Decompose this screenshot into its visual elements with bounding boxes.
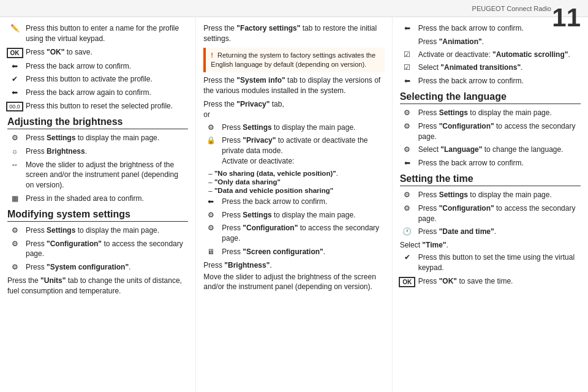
- settings-icon: ⚙: [7, 239, 22, 248]
- settings-icon: ⚙: [400, 122, 415, 130]
- entry-slider: ↔ Move the slider to adjust the brightne…: [7, 160, 188, 190]
- settings-icon: ⚙: [203, 123, 218, 132]
- entry-text: Press "Configuration" to access the seco…: [222, 223, 384, 244]
- entry-back-anim: ⬅ Press the back arrow to confirm.: [400, 76, 581, 86]
- entry-settings1: ⚙ Press Settings to display the main pag…: [7, 133, 188, 143]
- entry-text: Press the back arrow to confirm.: [26, 61, 188, 72]
- factory-intro: Press the "Factory settings" tab to rest…: [203, 23, 384, 44]
- section-brightness-title: Adjusting the brightness: [7, 116, 188, 129]
- system-info-text: Press the "System info" tab to display t…: [203, 75, 384, 96]
- entry-text: Move the slider to adjust the brightness…: [26, 160, 188, 190]
- brightness-sub-desc: Move the slider to adjust the brightness…: [203, 272, 384, 293]
- entry-config1: ⚙ Press "Configuration" to access the se…: [7, 239, 188, 260]
- section-system-title: Modifying system settings: [7, 209, 188, 222]
- entry-text: Press in the shaded area to confirm.: [26, 194, 188, 204]
- entry-back-priv: ⬅ Press the back arrow to confirm.: [203, 197, 384, 207]
- warning-icon: !: [211, 51, 213, 60]
- entry-text: Press "Privacy" to activate or deactivat…: [222, 135, 384, 166]
- shade-icon: ▦: [7, 194, 22, 203]
- checkmark-icon: ✔: [7, 75, 22, 83]
- back-arrow-icon: ⬅: [7, 88, 22, 97]
- settings-icon: ⚙: [7, 134, 22, 142]
- entry-text: Press this button to reset the selected …: [26, 101, 188, 111]
- entry-select-lang: ⚙ Select "Language" to change the langua…: [400, 145, 581, 155]
- dash-item-3: – "Data and vehicle position sharing": [208, 187, 384, 194]
- brightness-sub-label: Press "Brightness".: [203, 260, 384, 271]
- entry-text: Press Settings to display the main page.: [222, 210, 384, 221]
- entry-text: Press the back arrow to confirm.: [222, 197, 384, 207]
- back-arrow-icon: ⬅: [203, 197, 218, 206]
- entry-settings-priv: ⚙ Press Settings to display the main pag…: [203, 123, 384, 133]
- entry-shade: ▦ Press in the shaded area to confirm.: [7, 194, 188, 204]
- back-arrow-icon: ⬅: [400, 24, 415, 32]
- entry-config-lang: ⚙ Press "Configuration" to access the se…: [400, 121, 581, 142]
- entry-text: Press the back arrow to confirm.: [418, 76, 581, 86]
- reset-icon: 00.0: [7, 102, 22, 111]
- entry-settings2: ⚙ Press Settings to display the main pag…: [7, 225, 188, 236]
- pencil-icon: ✏️: [7, 24, 22, 32]
- settings-icon: ⚙: [400, 204, 415, 213]
- animation-label: Press "Animation".: [418, 37, 581, 47]
- entry-screenconfig: 🖥 Press "Screen configuration".: [203, 247, 384, 257]
- entry-settings3: ⚙ Press Settings to display the main pag…: [203, 210, 384, 221]
- settings-icon: ⚙: [7, 226, 22, 235]
- entry-text: Select "Animated transitions".: [418, 62, 581, 73]
- entry-text: Press Settings to display the main page.: [26, 133, 188, 143]
- entry-text: Activate or deactivate: "Automatic scrol…: [418, 50, 581, 60]
- entry-ok-time: OK Press "OK" to save the time.: [400, 276, 581, 287]
- entry-settings-lang: ⚙ Press Settings to display the main pag…: [400, 108, 581, 118]
- back-arrow-icon: ⬅: [7, 62, 22, 70]
- checkbox-icon: ☑: [400, 50, 415, 59]
- entry-text: Press the back arrow to confirm.: [418, 158, 581, 168]
- back-arrow-icon: ⬅: [400, 77, 415, 85]
- checkbox-icon: ☑: [400, 63, 415, 72]
- entry-back1: ⬅ Press the back arrow to confirm.: [7, 61, 188, 72]
- entry-text: Press Settings to display the main page.: [26, 225, 188, 236]
- clock-icon: 🕐: [400, 227, 415, 236]
- entry-text: Press this button to enter a name for th…: [26, 23, 188, 44]
- header-title: PEUGEOT Connect Radio: [472, 5, 551, 12]
- back-arrow-icon: ⬅: [400, 159, 415, 167]
- column-1: ✏️ Press this button to enter a name for…: [0, 17, 196, 392]
- settings-icon: ⚙: [400, 190, 415, 199]
- settings-icon: ⚙: [203, 211, 218, 219]
- section-time-title: Setting the time: [400, 173, 581, 186]
- entry-back-confirm: ⬅ Press the back arrow to confirm.: [400, 23, 581, 34]
- entry-text: Press Settings to display the main page.: [418, 108, 581, 118]
- entry-text: Press "System configuration".: [26, 262, 188, 273]
- entry-text: Press "Configuration" to access the seco…: [418, 121, 581, 142]
- select-time-text: Select "Time".: [400, 240, 581, 251]
- ok-icon: OK: [7, 48, 22, 58]
- entry-set-time: ✔ Press this button to set the time usin…: [400, 252, 581, 273]
- entry-text: Press Brightness.: [26, 146, 188, 157]
- entry-text: Press this button to set the time using …: [418, 252, 581, 273]
- content-area: ✏️ Press this button to enter a name for…: [0, 17, 588, 392]
- entry-pencil: ✏️ Press this button to enter a name for…: [7, 23, 188, 44]
- entry-text: Select "Language" to change the language…: [418, 145, 581, 155]
- entry-text: Press "OK" to save.: [26, 47, 188, 58]
- entry-text: Press "Screen configuration".: [222, 247, 384, 257]
- settings-icon: ⚙: [7, 263, 22, 271]
- entry-text: Press Settings to display the main page.: [418, 190, 581, 200]
- entry-config2: ⚙ Press "Configuration" to access the se…: [203, 223, 384, 244]
- column-2: Press the "Factory settings" tab to rest…: [196, 17, 392, 392]
- entry-anim-trans: ☑ Select "Animated transitions".: [400, 62, 581, 73]
- entry-brightness: ☼ Press Brightness.: [7, 146, 188, 157]
- config-icon: ⚙: [400, 145, 415, 154]
- entry-check: ✔ Press this button to activate the prof…: [7, 74, 188, 85]
- entry-reset: 00.0 Press this button to reset the sele…: [7, 101, 188, 111]
- entry-settings-time: ⚙ Press Settings to display the main pag…: [400, 190, 581, 200]
- entry-text: Press this button to activate the profil…: [26, 74, 188, 85]
- entry-datetime: 🕐 Press "Date and time".: [400, 227, 581, 237]
- entry-text: Press "Configuration" to access the seco…: [418, 203, 581, 224]
- slider-icon: ↔: [7, 160, 22, 169]
- privacy-intro: Press the "Privacy" tab,or: [203, 99, 384, 120]
- units-footer: Press the "Units" tab to change the unit…: [7, 276, 188, 296]
- entry-config-time: ⚙ Press "Configuration" to access the se…: [400, 203, 581, 224]
- header: PEUGEOT Connect Radio: [0, 0, 588, 17]
- entry-auto-scroll: ☑ Activate or deactivate: "Automatic scr…: [400, 50, 581, 60]
- entry-sysconfig: ⚙ Press "System configuration".: [7, 262, 188, 273]
- warning-text: Returning the system to factory settings…: [211, 51, 375, 68]
- section-language-title: Selecting the language: [400, 91, 581, 104]
- brightness-icon: ☼: [7, 147, 22, 156]
